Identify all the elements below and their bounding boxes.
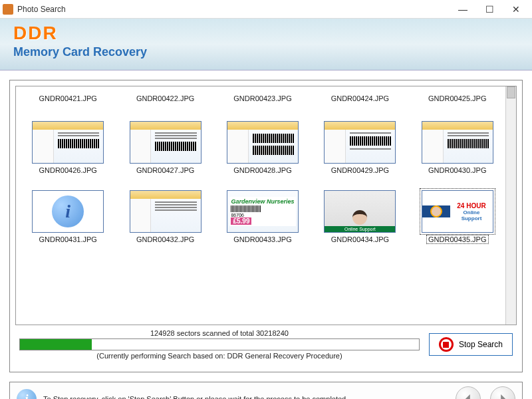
file-item[interactable]: i GNDR00431.JPG	[23, 178, 113, 243]
file-caption: GNDR00430.JPG	[428, 166, 486, 174]
file-item[interactable]: GNDR00432.JPG	[120, 178, 210, 243]
header-subtitle: Memory Card Recovery	[13, 45, 519, 59]
progress-section: 124928 sectors scanned of total 30218240…	[19, 329, 420, 360]
file-label[interactable]: GNDR00421.JPG	[23, 90, 113, 105]
info-icon: i	[52, 196, 84, 227]
support-24: 24 HOUR	[453, 202, 490, 209]
thumbnail-image: 24 HOUROnlineSupport	[422, 190, 493, 233]
thumbnail-image: i	[32, 190, 104, 233]
file-caption: GNDR00431.JPG	[39, 235, 96, 243]
file-item[interactable]: Online Support GNDR00434.JPG	[315, 178, 405, 243]
scrollbar[interactable]	[505, 86, 516, 325]
file-item[interactable]: 24 HOUROnlineSupport GNDR00435.JPG	[412, 178, 503, 243]
file-label[interactable]: GNDR00424.JPG	[315, 90, 405, 105]
progress-text: 124928 sectors scanned of total 30218240	[19, 329, 420, 337]
thumbnail-image	[32, 121, 104, 164]
file-item[interactable]: GNDR00430.JPG	[412, 109, 503, 174]
progress-bar	[19, 338, 420, 350]
titlebar: Photo Search — ☐ ✕	[0, 0, 532, 19]
file-caption: GNDR00426.JPG	[39, 166, 96, 174]
footer-bar: i To Stop recovery, click on 'Stop Searc…	[9, 382, 523, 399]
garden-title: Gardenview Nurseries	[231, 198, 294, 205]
file-caption: GNDR00429.JPG	[331, 166, 389, 174]
file-caption: GNDR00433.JPG	[233, 235, 291, 243]
person-band: Online Support	[325, 226, 395, 232]
back-button[interactable]	[456, 386, 481, 399]
file-item[interactable]: GNDR00428.JPG	[217, 109, 308, 174]
stop-search-button[interactable]: Stop Search	[429, 333, 513, 356]
stop-icon	[439, 337, 454, 352]
garden-price: £5.99	[231, 217, 251, 225]
file-item[interactable]: GNDR00426.JPG	[23, 109, 113, 174]
results-area: GNDR00421.JPG GNDR00422.JPG GNDR00423.JP…	[15, 86, 517, 325]
support-online: Online	[453, 209, 490, 215]
thumbnail-image	[130, 190, 201, 233]
thumbnail-grid: GNDR00421.JPG GNDR00422.JPG GNDR00423.JP…	[16, 86, 516, 247]
garden-code: 86706	[231, 213, 294, 217]
thumbnail-image: Gardenview Nurseries86706£5.99	[227, 190, 299, 233]
hint-text: To Stop recovery, click on 'Stop Search'…	[43, 395, 446, 399]
support-support: Support	[453, 215, 490, 221]
thumbnail-image	[324, 121, 396, 164]
chevron-left-icon	[464, 394, 473, 399]
file-item[interactable]: GNDR00429.JPG	[315, 109, 405, 174]
main-panel: GNDR00421.JPG GNDR00422.JPG GNDR00423.JP…	[9, 80, 523, 372]
file-caption: GNDR00428.JPG	[233, 166, 291, 174]
stop-label: Stop Search	[459, 340, 503, 349]
app-icon	[3, 4, 13, 15]
thumbnail-image	[130, 121, 201, 164]
info-icon: i	[17, 389, 37, 399]
window-title: Photo Search	[17, 5, 450, 14]
file-caption: GNDR00427.JPG	[136, 166, 194, 174]
file-label[interactable]: GNDR00423.JPG	[217, 90, 308, 105]
file-caption: GNDR00435.JPG	[427, 235, 487, 243]
file-item[interactable]: GNDR00427.JPG	[120, 109, 210, 174]
progress-fill	[20, 339, 92, 350]
status-row: 124928 sectors scanned of total 30218240…	[10, 325, 522, 361]
file-label[interactable]: GNDR00422.JPG	[120, 90, 210, 105]
file-label[interactable]: GNDR00425.JPG	[412, 90, 503, 105]
progress-subtext: (Currently performing Search based on: D…	[19, 352, 420, 360]
logo-text: DDR	[13, 23, 519, 44]
file-item[interactable]: Gardenview Nurseries86706£5.99 GNDR00433…	[217, 178, 308, 243]
maximize-button[interactable]: ☐	[476, 1, 503, 18]
thumbnail-image	[422, 121, 493, 164]
thumbnail-image	[227, 121, 299, 164]
app-header: DDR Memory Card Recovery	[0, 19, 532, 70]
forward-button[interactable]	[490, 386, 515, 399]
file-caption: GNDR00432.JPG	[136, 235, 194, 243]
chevron-right-icon	[498, 394, 507, 399]
file-caption: GNDR00434.JPG	[331, 235, 389, 243]
scrollbar-thumb[interactable]	[507, 86, 515, 98]
close-button[interactable]: ✕	[503, 1, 529, 18]
minimize-button[interactable]: —	[450, 1, 476, 18]
thumbnail-image: Online Support	[324, 190, 396, 233]
